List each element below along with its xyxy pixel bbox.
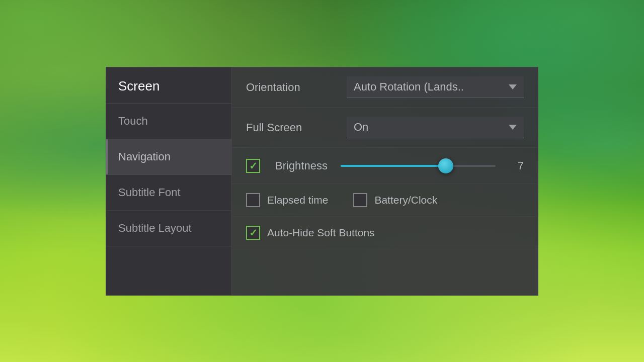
sidebar-item-subtitle-layout[interactable]: Subtitle Layout bbox=[106, 211, 231, 246]
battery-clock-group: Battery/Clock bbox=[353, 193, 437, 207]
settings-content: Orientation Auto Rotation (Lands.. Full … bbox=[232, 67, 538, 295]
battery-clock-label: Battery/Clock bbox=[374, 194, 437, 206]
auto-hide-checkbox[interactable]: ✓ bbox=[246, 226, 260, 240]
orientation-value: Auto Rotation (Lands.. bbox=[354, 80, 464, 94]
fullscreen-dropdown[interactable]: On bbox=[347, 117, 524, 138]
elapsed-time-group: Elapsed time bbox=[246, 193, 328, 207]
brightness-checkbox[interactable]: ✓ bbox=[246, 159, 260, 173]
sidebar-header: Screen bbox=[106, 67, 231, 104]
brightness-slider-fill bbox=[341, 165, 446, 167]
sidebar-item-subtitle-font[interactable]: Subtitle Font bbox=[106, 175, 231, 211]
auto-hide-label: Auto-Hide Soft Buttons bbox=[267, 227, 375, 239]
sidebar-item-navigation[interactable]: Navigation bbox=[106, 139, 231, 175]
battery-clock-checkbox[interactable] bbox=[353, 193, 367, 207]
sidebar: Screen Touch Navigation Subtitle Font Su… bbox=[106, 67, 232, 295]
brightness-checkmark: ✓ bbox=[249, 161, 258, 171]
brightness-label: Brightness bbox=[275, 159, 328, 172]
brightness-slider-thumb[interactable] bbox=[438, 158, 453, 173]
fullscreen-dropdown-arrow bbox=[509, 125, 517, 130]
orientation-row: Orientation Auto Rotation (Lands.. bbox=[232, 67, 538, 108]
brightness-slider[interactable] bbox=[341, 165, 496, 167]
brightness-value: 7 bbox=[509, 159, 524, 172]
settings-panel: Screen Touch Navigation Subtitle Font Su… bbox=[106, 67, 538, 296]
elapsed-time-label: Elapsed time bbox=[267, 194, 328, 206]
orientation-dropdown[interactable]: Auto Rotation (Lands.. bbox=[347, 76, 524, 98]
auto-hide-row: ✓ Auto-Hide Soft Buttons bbox=[232, 217, 538, 249]
orientation-dropdown-arrow bbox=[509, 84, 517, 89]
elapsed-battery-row: Elapsed time Battery/Clock bbox=[232, 184, 538, 217]
orientation-label: Orientation bbox=[246, 81, 347, 94]
fullscreen-row: Full Screen On bbox=[232, 108, 538, 148]
sidebar-item-touch[interactable]: Touch bbox=[106, 104, 231, 139]
auto-hide-group: ✓ Auto-Hide Soft Buttons bbox=[246, 226, 375, 240]
fullscreen-label: Full Screen bbox=[246, 121, 347, 134]
brightness-row: ✓ Brightness 7 bbox=[232, 148, 538, 184]
auto-hide-checkmark: ✓ bbox=[249, 228, 258, 238]
fullscreen-value: On bbox=[354, 121, 368, 134]
elapsed-time-checkbox[interactable] bbox=[246, 193, 260, 207]
